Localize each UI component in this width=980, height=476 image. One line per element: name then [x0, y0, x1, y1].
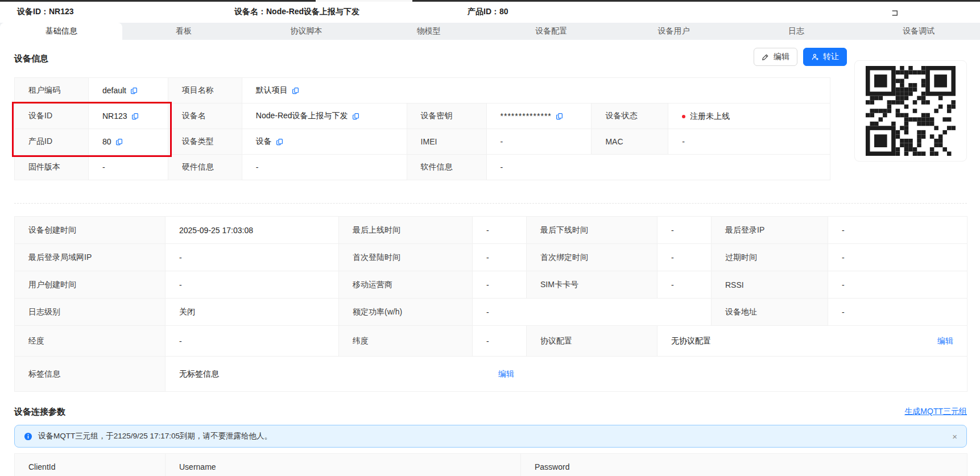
last-offline-time-label: 最后下线时间: [527, 217, 658, 244]
device-info-table: 租户编码 default 项目名称 默认项目 设备ID NR123 设备名 No…: [14, 77, 830, 180]
device-tabs: 基础信息 看板 协议脚本 物模型 设备配置 设备用户 日志 设备调试: [0, 23, 980, 40]
project-name-text: 默认项目: [256, 85, 288, 96]
generate-mqtt-link[interactable]: 生成MQTT三元组: [904, 407, 967, 417]
device-id-label: 设备ID：: [17, 7, 49, 16]
edit-button[interactable]: 编辑: [754, 48, 797, 66]
log-level-value: 关闭: [166, 299, 339, 326]
password-column-header: Password: [521, 454, 967, 476]
product-id-value: 80: [88, 129, 168, 155]
copy-icon[interactable]: [556, 113, 563, 120]
topbar-product-id: 产品ID：80: [468, 7, 508, 17]
table-row: 日志级别 关闭 额定功率(w/h) - 设备地址 -: [15, 299, 967, 326]
mac-value: -: [668, 129, 830, 155]
device-info-table-wrap: 租户编码 default 项目名称 默认项目 设备ID NR123 设备名 No…: [14, 77, 830, 180]
log-level-label: 日志级别: [15, 299, 166, 326]
device-name-value: Node-Red设备上报与下发: [266, 7, 359, 16]
device-summary-bar: 设备ID：NR123 设备名：Node-Red设备上报与下发 产品ID：80: [0, 2, 980, 23]
copy-icon[interactable]: [292, 87, 299, 94]
table-row: 固件版本 - 硬件信息 - 软件信息 -: [15, 155, 830, 180]
tag-info-edit-link[interactable]: 编辑: [498, 369, 514, 379]
tab-dashboard[interactable]: 看板: [122, 23, 245, 40]
last-login-lan-ip-value: -: [166, 244, 339, 271]
username-column-header: Username: [166, 454, 521, 476]
table-row: 经度 - 纬度 - 协议配置 无协议配置 编辑: [15, 326, 967, 357]
longitude-label: 经度: [15, 326, 166, 357]
device-name-label: 设备名: [168, 104, 242, 129]
mac-label: MAC: [592, 129, 668, 155]
device-id-value: NR123: [49, 7, 74, 16]
device-qr-card: [854, 60, 967, 162]
tag-info-value: 无标签信息 编辑: [166, 357, 967, 392]
device-address-label: 设备地址: [712, 299, 828, 326]
edit-button-label: 编辑: [774, 52, 789, 62]
device-type-value: 设备: [242, 129, 407, 155]
device-created-time-label: 设备创建时间: [15, 217, 166, 244]
close-icon[interactable]: ×: [952, 432, 957, 441]
device-detail-table: 设备创建时间 2025-09-25 17:03:08 最后上线时间 - 最后下线…: [14, 216, 967, 392]
dashed-divider: [14, 203, 967, 204]
mobile-carrier-label: 移动运营商: [339, 271, 473, 299]
latitude-label: 纬度: [339, 326, 473, 357]
tenant-code-text: default: [102, 86, 126, 95]
tab-protocol-script[interactable]: 协议脚本: [245, 23, 367, 40]
device-name-text: Node-Red设备上报与下发: [256, 111, 348, 121]
rated-power-label: 额定功率(w/h): [339, 299, 473, 326]
rssi-label: RSSI: [712, 271, 828, 299]
first-bind-time-label: 首次绑定时间: [527, 244, 658, 271]
table-row: 产品ID 80 设备类型 设备 IMEI - MAC -: [15, 129, 830, 155]
expire-time-label: 过期时间: [712, 244, 828, 271]
tab-logs[interactable]: 日志: [735, 23, 857, 40]
user-created-time-value: -: [166, 271, 339, 299]
last-login-ip-value: -: [828, 217, 967, 244]
tab-device-users[interactable]: 设备用户: [613, 23, 735, 40]
table-row: 设备创建时间 2025-09-25 17:03:08 最后上线时间 - 最后下线…: [15, 217, 967, 244]
first-login-time-value: -: [473, 244, 527, 271]
mqtt-expiry-banner: 设备MQTT三元组，于2125/9/25 17:17:05到期，请不要泄露给他人…: [14, 425, 967, 448]
tab-basic-info[interactable]: 基础信息: [0, 23, 122, 40]
mqtt-credentials-table: ClientId Username Password: [14, 453, 967, 476]
transfer-button[interactable]: 转让: [803, 48, 847, 66]
copy-icon[interactable]: [130, 87, 138, 94]
copy-icon[interactable]: [276, 138, 283, 146]
qr-code: [866, 66, 956, 156]
topbar-device-id: 设备ID：NR123: [17, 7, 74, 17]
copy-icon[interactable]: [131, 113, 139, 120]
table-row: 标签信息 无标签信息 编辑: [15, 357, 967, 392]
protocol-config-edit-link[interactable]: 编辑: [937, 336, 953, 346]
device-name-value: Node-Red设备上报与下发: [242, 104, 407, 129]
software-info-value: -: [486, 155, 830, 180]
protocol-config-text: 无协议配置: [671, 336, 711, 346]
protocol-config-label: 协议配置: [527, 326, 658, 357]
last-login-ip-label: 最后登录IP: [712, 217, 828, 244]
rated-power-value: -: [473, 299, 712, 326]
table-row: 设备ID NR123 设备名 Node-Red设备上报与下发 设备密钥 ****…: [15, 104, 830, 129]
latitude-value: -: [473, 326, 527, 357]
device-id-label: 设备ID: [15, 104, 89, 129]
tab-device-config[interactable]: 设备配置: [490, 23, 613, 40]
device-address-value: -: [828, 299, 967, 326]
hardware-info-label: 硬件信息: [168, 155, 242, 180]
fullscreen-icon[interactable]: [891, 9, 898, 15]
device-secret-label: 设备密钥: [407, 104, 486, 129]
copy-icon[interactable]: [352, 113, 359, 120]
table-row: 租户编码 default 项目名称 默认项目: [15, 78, 830, 104]
status-badge: 注册未上线: [690, 111, 730, 122]
device-created-time-value: 2025-09-25 17:03:08: [166, 217, 339, 244]
copy-icon[interactable]: [115, 138, 123, 146]
last-online-time-label: 最后上线时间: [339, 217, 473, 244]
user-created-time-label: 用户创建时间: [15, 271, 166, 299]
tab-thing-model[interactable]: 物模型: [367, 23, 490, 40]
device-secret-text: **************: [501, 111, 552, 121]
imei-value: -: [486, 129, 592, 155]
tag-info-text: 无标签信息: [179, 369, 219, 378]
firmware-version-label: 固件版本: [15, 155, 89, 180]
connection-params-title: 设备连接参数: [14, 407, 65, 417]
tab-device-debug[interactable]: 设备调试: [858, 23, 980, 40]
first-login-time-label: 首次登陆时间: [339, 244, 473, 271]
last-login-lan-ip-label: 最后登录局域网IP: [15, 244, 166, 271]
device-id-value: NR123: [88, 104, 168, 129]
product-id-value: 80: [499, 7, 508, 16]
last-offline-time-value: -: [658, 217, 712, 244]
software-info-label: 软件信息: [407, 155, 486, 180]
hardware-info-value: -: [242, 155, 407, 180]
